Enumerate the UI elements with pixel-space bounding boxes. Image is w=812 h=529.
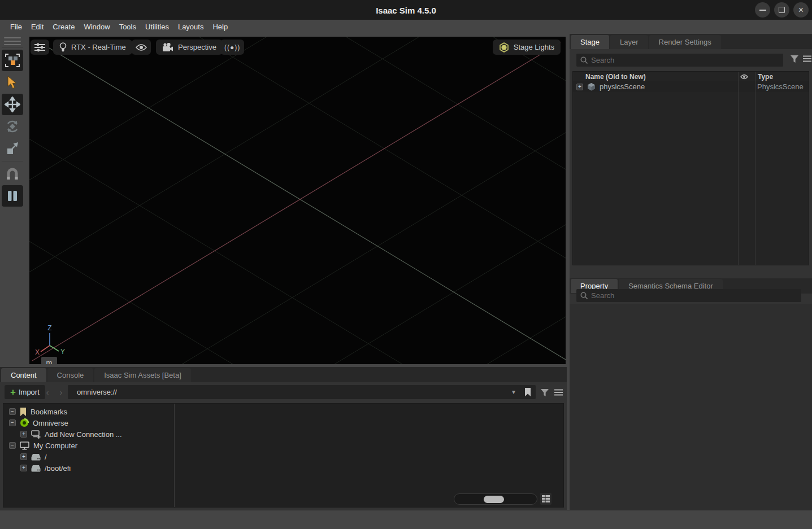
minimize-button[interactable] bbox=[755, 2, 770, 18]
stage-filter-button[interactable] bbox=[789, 54, 800, 64]
pause-bars-icon bbox=[6, 189, 19, 203]
path-input[interactable] bbox=[77, 388, 503, 396]
collapse-minus-icon[interactable]: − bbox=[9, 408, 16, 415]
tree-item-omniverse[interactable]: − Omniverse bbox=[3, 417, 563, 429]
tab-console[interactable]: Console bbox=[47, 368, 94, 382]
close-button[interactable]: × bbox=[793, 2, 809, 18]
tree-item-add-new-connection[interactable]: + Add New Connection ... bbox=[3, 429, 563, 440]
tree-item-label: My Computer bbox=[33, 441, 77, 450]
menu-window[interactable]: Window bbox=[79, 23, 114, 31]
tree-item-bookmarks[interactable]: − Bookmarks bbox=[3, 406, 563, 417]
import-button[interactable]: + Import bbox=[5, 385, 45, 399]
thumbnail-size-slider[interactable] bbox=[454, 493, 537, 505]
right-panel: Stage Layer Render Settings Name (Old to… bbox=[570, 34, 812, 510]
slider-handle[interactable] bbox=[484, 496, 504, 503]
bookmark-icon bbox=[20, 408, 27, 416]
visibility-button[interactable] bbox=[132, 40, 151, 55]
selection-mode-button[interactable] bbox=[2, 50, 23, 71]
stage-search-input[interactable] bbox=[591, 56, 779, 64]
expand-plus-icon[interactable]: + bbox=[20, 465, 27, 471]
column-divider[interactable] bbox=[738, 72, 739, 265]
prim-cube-icon bbox=[587, 82, 596, 91]
stage-options-button[interactable] bbox=[802, 54, 812, 64]
browser-splitter[interactable] bbox=[174, 404, 175, 507]
column-type[interactable]: Type bbox=[753, 73, 773, 81]
prim-name: physicsScene bbox=[600, 82, 645, 91]
collapse-minus-icon[interactable]: − bbox=[9, 442, 16, 449]
tab-layer[interactable]: Layer bbox=[610, 35, 648, 49]
drive-icon bbox=[31, 465, 41, 472]
stage-lights-button[interactable]: Stage Lights bbox=[493, 40, 561, 55]
scale-tool-button[interactable] bbox=[2, 138, 23, 159]
tree-item-root-drive[interactable]: + / bbox=[3, 451, 563, 462]
viewport-settings-button[interactable] bbox=[31, 40, 49, 55]
stage-row-physicsscene[interactable]: + physicsScene PhysicsScene bbox=[573, 81, 809, 92]
select-tool-button[interactable] bbox=[2, 72, 23, 93]
import-label: Import bbox=[19, 388, 40, 396]
viewport-3d[interactable]: RTX - Real-Time Perspective ((●)) Stage … bbox=[29, 37, 566, 364]
expand-plus-icon[interactable]: + bbox=[20, 431, 27, 438]
path-bookmark-icon[interactable] bbox=[524, 388, 531, 396]
expand-plus-icon[interactable]: + bbox=[576, 84, 583, 90]
forward-button[interactable]: › bbox=[55, 385, 67, 399]
property-search-input[interactable] bbox=[591, 291, 797, 300]
tree-item-label: Bookmarks bbox=[31, 408, 67, 416]
pause-button[interactable] bbox=[2, 185, 23, 207]
menu-edit[interactable]: Edit bbox=[27, 23, 48, 31]
renderer-label: RTX - Real-Time bbox=[71, 43, 126, 51]
path-bar[interactable]: ▼ bbox=[68, 385, 536, 399]
y-axis-line bbox=[49, 48, 566, 360]
menu-create[interactable]: Create bbox=[48, 23, 79, 31]
close-icon: × bbox=[798, 6, 804, 15]
camera-button[interactable]: Perspective bbox=[156, 40, 223, 55]
tab-render-settings[interactable]: Render Settings bbox=[649, 35, 721, 49]
stage-lights-label: Stage Lights bbox=[514, 43, 554, 51]
x-axis-line bbox=[32, 42, 561, 361]
title-bar: Isaac Sim 4.5.0 × bbox=[0, 0, 812, 20]
toolbar-separator bbox=[2, 47, 23, 48]
content-options-button[interactable] bbox=[553, 387, 563, 397]
toolbar-grip-handle[interactable] bbox=[4, 37, 21, 45]
tab-stage[interactable]: Stage bbox=[571, 35, 609, 49]
plus-icon: + bbox=[10, 387, 16, 397]
tree-item-label: Add New Connection ... bbox=[45, 430, 122, 439]
back-button[interactable]: ‹ bbox=[41, 385, 54, 399]
computer-monitor-icon bbox=[20, 441, 29, 450]
axis-gizmo: Z X Y m bbox=[33, 322, 72, 364]
cursor-arrow-icon bbox=[6, 76, 19, 89]
column-divider[interactable] bbox=[755, 72, 755, 265]
tab-content[interactable]: Content bbox=[1, 368, 46, 382]
menu-layouts[interactable]: Layouts bbox=[173, 23, 209, 31]
menu-help[interactable]: Help bbox=[208, 23, 232, 31]
collapse-minus-icon[interactable]: − bbox=[9, 419, 16, 426]
menu-utilities[interactable]: Utilities bbox=[141, 23, 173, 31]
renderer-button[interactable]: RTX - Real-Time bbox=[53, 40, 132, 55]
tree-item-boot-efi-drive[interactable]: + /boot/efi bbox=[3, 462, 563, 474]
maximize-icon bbox=[779, 7, 785, 13]
menu-tools[interactable]: Tools bbox=[115, 23, 141, 31]
filter-funnel-icon bbox=[791, 55, 798, 63]
minimize-icon bbox=[759, 10, 766, 11]
scale-arrow-icon bbox=[5, 141, 20, 156]
tab-isaac-sim-assets[interactable]: Isaac Sim Assets [Beta] bbox=[94, 368, 191, 382]
prim-type: PhysicsScene bbox=[753, 82, 804, 91]
content-filter-button[interactable] bbox=[540, 387, 550, 397]
tree-item-label: / bbox=[45, 453, 47, 461]
maximize-button[interactable] bbox=[774, 2, 789, 18]
axis-unit-label: m bbox=[46, 359, 53, 364]
content-panel: Content Console Isaac Sim Assets [Beta] … bbox=[0, 367, 567, 510]
property-search[interactable] bbox=[576, 289, 801, 302]
toolbar-separator bbox=[2, 161, 23, 161]
stage-search[interactable] bbox=[576, 54, 783, 67]
snap-tool-button[interactable] bbox=[2, 163, 23, 185]
rotate-tool-button[interactable] bbox=[2, 116, 23, 137]
axis-z-label: Z bbox=[47, 324, 51, 332]
broadcast-button[interactable]: ((●)) bbox=[220, 40, 244, 55]
tree-item-my-computer[interactable]: − My Computer bbox=[3, 440, 563, 451]
expand-plus-icon[interactable]: + bbox=[20, 453, 27, 460]
move-tool-button[interactable] bbox=[2, 94, 23, 115]
view-mode-button[interactable] bbox=[540, 493, 552, 505]
column-name[interactable]: Name (Old to New) bbox=[585, 73, 735, 81]
menu-file[interactable]: File bbox=[6, 23, 27, 31]
path-dropdown-arrow-icon[interactable]: ▼ bbox=[503, 389, 524, 395]
